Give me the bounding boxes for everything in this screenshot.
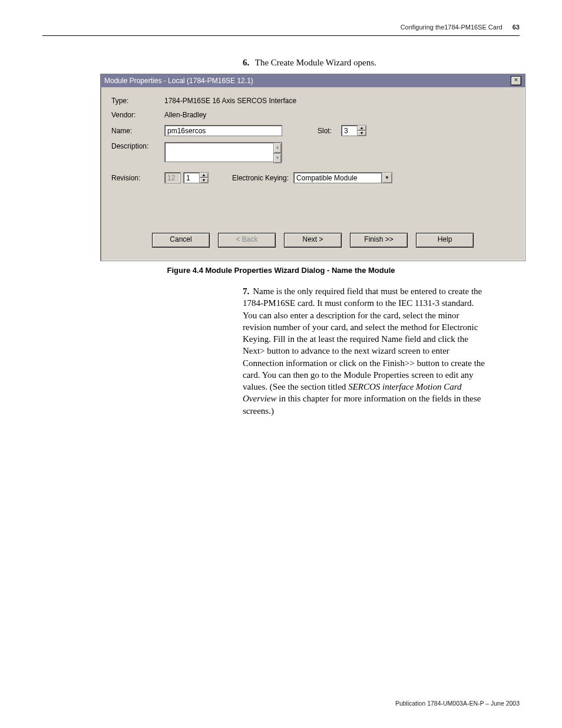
chevron-down-icon[interactable]: ▼ <box>382 172 392 183</box>
help-button[interactable]: Help <box>416 233 474 248</box>
header-text: Configuring the1784-PM16SE Card <box>401 24 503 31</box>
revision-label: Revision: <box>111 174 164 182</box>
page-number: 63 <box>513 24 520 31</box>
vendor-label: Vendor: <box>111 111 164 119</box>
desc-scroll-up-icon[interactable]: ▲ <box>273 143 282 153</box>
name-label: Name: <box>111 127 164 135</box>
module-properties-dialog: Module Properties - Local (1784-PM16SE 1… <box>100 74 525 261</box>
slot-spin-up-icon[interactable]: ▲ <box>358 126 366 131</box>
ekeying-label: Electronic Keying: <box>232 174 289 182</box>
finish-button[interactable]: Finish >> <box>350 233 408 248</box>
slot-input[interactable] <box>341 125 358 136</box>
dialog-titlebar: Module Properties - Local (1784-PM16SE 1… <box>101 74 525 87</box>
dialog-title: Module Properties - Local (1784-PM16SE 1… <box>104 77 253 85</box>
slot-label: Slot: <box>318 127 341 135</box>
step-6-number: 6. <box>243 58 249 67</box>
name-input[interactable] <box>164 125 282 136</box>
slot-spinner[interactable]: ▲ ▼ <box>341 125 366 136</box>
ekeying-value[interactable] <box>293 172 382 183</box>
vendor-value: Allen-Bradley <box>164 111 206 119</box>
back-button[interactable]: < Back <box>218 233 276 248</box>
desc-scroll-down-icon[interactable]: ▼ <box>273 153 282 164</box>
step-6: 6. The Create Module Wizard opens. <box>243 58 520 68</box>
rev-minor-input[interactable] <box>183 172 200 183</box>
step-6-text: The Create Module Wizard opens. <box>255 58 376 67</box>
rev-major-input <box>164 172 181 183</box>
type-label: Type: <box>111 97 164 105</box>
description-input[interactable] <box>164 142 282 162</box>
close-icon[interactable]: × <box>511 76 521 85</box>
description-label: Description: <box>111 142 164 150</box>
rev-spin-down-icon[interactable]: ▼ <box>200 178 208 183</box>
rev-minor-spinner[interactable]: ▲ ▼ <box>183 172 209 183</box>
ekeying-dropdown[interactable]: ▼ <box>293 172 392 183</box>
step-7-text-b: in this chapter for more information on … <box>243 394 481 415</box>
step-7-number: 7. <box>243 286 249 296</box>
running-header: Configuring the1784-PM16SE Card 63 <box>401 24 520 31</box>
step-7: 7.Name is the only required field that m… <box>243 285 487 417</box>
type-value: 1784-PM16SE 16 Axis SERCOS Interface <box>164 97 296 105</box>
step-7-text-a: Name is the only required field that mus… <box>243 286 485 391</box>
publication-footer: Publication 1784-UM003A-EN-P – June 2003 <box>395 700 520 707</box>
slot-spin-down-icon[interactable]: ▼ <box>358 131 366 136</box>
next-button[interactable]: Next > <box>284 233 342 248</box>
header-rule <box>42 35 520 36</box>
figure-caption: Figure 4.4 Module Properties Wizard Dial… <box>42 266 520 275</box>
rev-spin-up-icon[interactable]: ▲ <box>200 173 208 178</box>
dialog-body: Type: 1784-PM16SE 16 Axis SERCOS Interfa… <box>101 87 525 261</box>
dialog-button-row: Cancel < Back Next > Finish >> Help <box>111 225 514 251</box>
cancel-button[interactable]: Cancel <box>152 233 210 248</box>
